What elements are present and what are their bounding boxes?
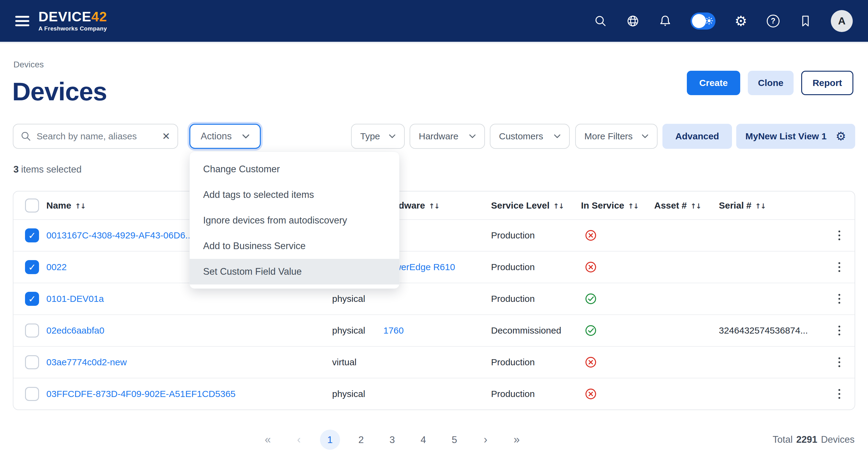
row-kebab-menu-icon[interactable] xyxy=(824,294,855,304)
pagination-page-4[interactable]: 4 xyxy=(413,430,433,450)
service-level-cell: Production xyxy=(491,230,581,241)
pagination-page-5[interactable]: 5 xyxy=(444,430,465,450)
notifications-bell-icon[interactable] xyxy=(658,14,672,28)
clear-search-icon[interactable]: ✕ xyxy=(162,131,170,141)
settings-gear-icon[interactable]: ⚙ xyxy=(734,14,748,28)
column-header-service-level[interactable]: Service Level↑↓ xyxy=(491,200,581,211)
sort-icon[interactable]: ↑↓ xyxy=(690,202,701,210)
device-name-link[interactable]: 03ae7774c0d2-new xyxy=(46,357,127,367)
column-header-asset[interactable]: Asset #↑↓ xyxy=(654,200,719,211)
row-kebab-menu-icon[interactable] xyxy=(824,357,855,367)
brand-logo[interactable]: DEVICE42 A Freshworks Company xyxy=(38,10,107,32)
help-icon[interactable]: ? xyxy=(766,14,780,28)
device-name-link[interactable]: 03FFCDFE-873D-4F09-902E-A51EF1CD5365 xyxy=(46,389,236,399)
breadcrumb[interactable]: Devices xyxy=(13,60,44,69)
row-kebab-menu-icon[interactable] xyxy=(824,262,855,272)
column-header-in-service[interactable]: In Service↑↓ xyxy=(581,200,654,211)
search-input[interactable] xyxy=(37,131,156,141)
table-row: 0101-DEV01a physical Production xyxy=(13,283,855,314)
pagination-prev-icon[interactable]: ‹ xyxy=(289,430,309,450)
device-name-link[interactable]: 0101-DEV01a xyxy=(46,294,104,304)
row-checkbox[interactable] xyxy=(25,387,39,401)
table-row: 02edc6aabfa0 physical 1760 Decommissione… xyxy=(13,314,855,346)
view-settings-gear-icon[interactable]: ⚙ xyxy=(836,130,846,142)
hamburger-menu-icon[interactable] xyxy=(15,16,29,26)
row-kebab-menu-icon[interactable] xyxy=(824,230,855,240)
pagination-page-1[interactable]: 1 xyxy=(320,430,340,450)
service-level-cell: Production xyxy=(491,294,581,304)
pagination-next-icon[interactable]: › xyxy=(475,430,496,450)
sort-icon[interactable]: ↑↓ xyxy=(75,202,86,210)
menu-item-set-custom-field-value[interactable]: Set Custom Field Value xyxy=(190,259,399,284)
in-service-no-icon xyxy=(585,229,597,242)
sort-icon[interactable]: ↑↓ xyxy=(628,202,639,210)
create-button[interactable]: Create xyxy=(687,71,740,95)
row-checkbox[interactable] xyxy=(25,260,39,274)
selection-status: 3items selected xyxy=(13,164,82,175)
search-box[interactable]: ✕ xyxy=(13,124,178,149)
filter-more-filters[interactable]: More Filters xyxy=(575,124,657,149)
row-checkbox[interactable] xyxy=(25,355,39,369)
theme-toggle[interactable] xyxy=(690,12,715,30)
row-checkbox[interactable] xyxy=(25,292,39,306)
filter-customers[interactable]: Customers xyxy=(490,124,570,149)
row-kebab-menu-icon[interactable] xyxy=(824,326,855,336)
page-title: Devices xyxy=(12,77,107,106)
type-cell: physical xyxy=(332,389,383,399)
in-service-cell xyxy=(581,229,654,242)
chevron-down-icon xyxy=(242,134,249,139)
device-name-link[interactable]: 0022 xyxy=(46,262,67,272)
pagination-first-icon[interactable]: « xyxy=(258,430,278,450)
in-service-cell xyxy=(581,324,654,337)
pagination: « ‹ 1 2 3 4 5 › » xyxy=(258,425,527,454)
type-cell: physical xyxy=(332,294,383,304)
brand-name: DEVICE42 xyxy=(38,10,107,24)
filter-hardware-label: Hardware xyxy=(419,131,458,141)
user-avatar[interactable]: A xyxy=(831,10,853,32)
filter-type[interactable]: Type xyxy=(351,124,405,149)
in-service-yes-icon xyxy=(585,324,597,337)
in-service-cell xyxy=(581,261,654,273)
device-name-link[interactable]: 02edc6aabfa0 xyxy=(46,325,104,336)
row-checkbox[interactable] xyxy=(25,228,39,243)
row-kebab-menu-icon[interactable] xyxy=(824,389,855,399)
clone-button[interactable]: Clone xyxy=(748,71,794,95)
globe-icon[interactable] xyxy=(626,14,640,28)
actions-dropdown-button[interactable]: Actions xyxy=(189,124,261,149)
chevron-down-icon xyxy=(642,134,648,138)
row-checkbox[interactable] xyxy=(25,323,39,338)
menu-item-add-tags[interactable]: Add tags to selected items xyxy=(190,182,399,208)
pagination-last-icon[interactable]: » xyxy=(506,430,527,450)
service-level-cell: Production xyxy=(491,262,581,272)
advanced-filter-button[interactable]: Advanced xyxy=(662,124,732,149)
chevron-down-icon xyxy=(469,134,476,138)
search-icon[interactable] xyxy=(593,14,608,28)
sort-icon[interactable]: ↑↓ xyxy=(553,202,564,210)
device-name-link[interactable]: 0013167C-4308-4929-AF43-06D6... xyxy=(46,230,193,240)
pagination-page-2[interactable]: 2 xyxy=(351,430,371,450)
in-service-yes-icon xyxy=(585,293,597,305)
filter-more-filters-label: More Filters xyxy=(584,131,632,141)
table-row: 0013167C-4308-4929-AF43-06D6... Producti… xyxy=(13,219,855,251)
sort-icon[interactable]: ↑↓ xyxy=(429,202,439,210)
report-button[interactable]: Report xyxy=(801,71,854,95)
menu-item-add-to-business-service[interactable]: Add to Business Service xyxy=(190,233,399,259)
column-header-serial[interactable]: Serial #↑↓ xyxy=(719,200,824,211)
total-number: 2291 xyxy=(796,434,817,445)
menu-item-change-customer[interactable]: Change Customer xyxy=(190,156,399,182)
list-view-button[interactable]: MyNew List View 1 ⚙ xyxy=(736,124,855,149)
select-all-checkbox[interactable] xyxy=(25,198,39,213)
table-row: 03ae7774c0d2-new virtual Production xyxy=(13,346,855,378)
sort-icon[interactable]: ↑↓ xyxy=(755,202,766,210)
brand-accent: 42 xyxy=(92,9,107,24)
in-service-no-icon xyxy=(585,356,597,368)
bookmark-icon[interactable] xyxy=(799,14,812,28)
hardware-link[interactable]: 1760 xyxy=(383,325,404,336)
in-service-cell xyxy=(581,293,654,305)
table-header-row: Name↑↓ Type↑↓ Hardware↑↓ Service Level↑↓… xyxy=(13,191,855,219)
menu-item-ignore-devices[interactable]: Ignore devices from autodiscovery xyxy=(190,208,399,233)
chevron-down-icon xyxy=(389,134,396,138)
brand-tagline: A Freshworks Company xyxy=(38,25,107,32)
pagination-page-3[interactable]: 3 xyxy=(382,430,402,450)
filter-hardware[interactable]: Hardware xyxy=(410,124,485,149)
